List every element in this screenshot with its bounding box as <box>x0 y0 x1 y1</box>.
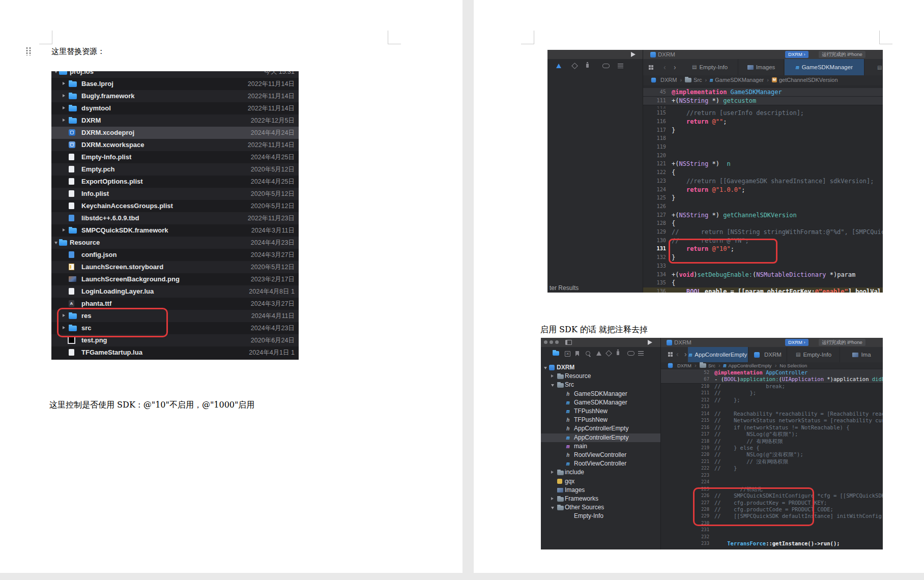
breadcrumb-item[interactable]: Src <box>700 363 715 368</box>
tab-Empty-Info[interactable]: ▤Empty-Info <box>682 59 738 75</box>
run-button[interactable] <box>631 52 636 57</box>
code-line-222[interactable]: 222// } <box>660 465 883 472</box>
tab-DXRM[interactable]: DXRM <box>749 347 787 362</box>
code-line-123[interactable]: 123 //return [[GavegameSDK sharedInstanc… <box>643 177 883 186</box>
code-line-212[interactable]: 212// }; <box>660 397 883 403</box>
code-line-134[interactable]: 134+(void)setDebugEnable:(NSMutableDicti… <box>643 271 883 279</box>
file-row[interactable]: Empty.pch2020年5月12日 <box>51 163 299 176</box>
capsule-icon[interactable] <box>602 64 610 68</box>
code-line-120[interactable]: 120 <box>643 152 883 160</box>
file-row[interactable]: Resource2024年4月23日 <box>51 237 299 249</box>
code-line-233[interactable]: 233 TerransForce::getInstance()->run(); <box>660 540 883 547</box>
breadcrumb-item[interactable]: MgetChannelSDKVersion <box>772 77 838 83</box>
breadcrumb-item[interactable]: mAppControllerEmpty <box>724 363 772 368</box>
code-line-216[interactable]: 216// if (networkStatus != NotReachable)… <box>660 424 883 431</box>
capsule-icon[interactable] <box>627 351 634 356</box>
code-line-117[interactable]: 117} <box>643 126 883 135</box>
scheme-selector[interactable]: DXRM › <box>785 339 808 346</box>
file-row[interactable]: dsymtool2022年11月14日 <box>51 102 299 114</box>
disclosure-chevron-icon[interactable] <box>63 94 65 97</box>
nav-item-DXRM[interactable]: DXRM <box>541 363 660 372</box>
back-arrow-icon[interactable]: ‹ <box>676 351 679 358</box>
code-line-232[interactable]: 232 <box>660 534 883 540</box>
code-line-118[interactable]: 118 <box>643 134 883 143</box>
nav-item-AppControllerEmpty[interactable]: mAppControllerEmpty <box>541 433 660 442</box>
code-line-116[interactable]: 116 return @""; <box>643 118 883 126</box>
disclosure-chevron-icon[interactable] <box>551 384 554 387</box>
list-icon[interactable] <box>618 64 623 68</box>
file-row[interactable]: config.json2024年3月27日 <box>51 249 299 261</box>
file-row[interactable]: proj.ios今天 15:31 <box>51 71 299 78</box>
code-line-217[interactable]: 217// NSLog(@"有权限"); <box>660 431 883 438</box>
tab-Images[interactable]: Images <box>739 59 784 75</box>
code-line-115[interactable]: 115 //return [userInfo description]; <box>643 109 883 118</box>
disclosure-chevron-icon[interactable] <box>54 71 57 73</box>
disclosure-chevron-icon[interactable] <box>54 242 57 244</box>
close-icon[interactable]: ✕ <box>565 351 570 357</box>
spray-icon[interactable] <box>617 351 619 355</box>
nav-item-Images[interactable]: Images <box>541 486 660 495</box>
code-line-114[interactable]: 114 <box>643 105 883 109</box>
nav-item-RootViewController[interactable]: hRootViewController <box>541 451 660 459</box>
list-icon[interactable] <box>638 351 644 356</box>
nav-item-Empty-Info[interactable]: Empty-Info <box>541 512 660 520</box>
disclosure-chevron-icon[interactable] <box>63 106 65 109</box>
code-line-231[interactable]: 231 <box>660 527 883 533</box>
tab-Ima[interactable]: Ima <box>841 347 883 362</box>
code-line-67[interactable]: 67- (BOOL)application:(UIApplication *)a… <box>660 376 883 383</box>
nav-item-Resource[interactable]: Resource <box>541 372 660 381</box>
nav-item-gqx[interactable]: gqx <box>541 477 660 486</box>
disclosure-chevron-icon[interactable] <box>63 82 65 85</box>
nav-item-Frameworks[interactable]: Frameworks <box>541 495 660 503</box>
breadcrumb-item[interactable]: Src <box>685 77 702 83</box>
warning-triangle-icon[interactable] <box>556 64 561 68</box>
code-line-126[interactable]: 126 <box>643 202 883 211</box>
nav-item-GameSDKManager[interactable]: hGameSDKManager <box>541 390 660 398</box>
code-line-127[interactable]: 127+(NSString *) getChannelSDKVersion <box>643 211 883 220</box>
code-line-119[interactable]: 119 <box>643 143 883 152</box>
warning-triangle-icon[interactable] <box>596 351 601 356</box>
file-row[interactable]: SMPCQuickSDK.framework2024年3月11日 <box>51 224 299 237</box>
tab-Empty-Info[interactable]: ▤Empty-Info <box>788 347 840 362</box>
code-line-224[interactable]: 224 <box>660 479 883 485</box>
tab-AppControllerEmpty[interactable]: mAppControllerEmpty <box>688 347 748 362</box>
file-row[interactable]: LaunchScreenBackground.png2023年2月17日 <box>51 273 299 285</box>
code-line-111[interactable]: 111+(NSString *) getcustom <box>643 97 883 106</box>
spray-icon[interactable] <box>586 64 589 68</box>
code-line-52[interactable]: 52@implementation AppController <box>660 369 883 376</box>
file-row[interactable]: libstdc++.6.0.9.tbd2022年11月23日 <box>51 212 299 224</box>
breadcrumb-item[interactable]: mGameSDKManager <box>710 77 764 83</box>
filter-results-field[interactable]: ter Results <box>550 284 579 292</box>
code-line-219[interactable]: 219// } else { <box>660 445 883 451</box>
toggle-sidebar-icon[interactable] <box>565 340 572 345</box>
disclosure-chevron-icon[interactable] <box>63 119 65 122</box>
code-line-220[interactable]: 220// NSLog(@"没有权限"); <box>660 451 883 458</box>
code-line-122[interactable]: 122{ <box>643 168 883 177</box>
back-arrow-icon[interactable]: ‹ <box>663 64 666 71</box>
nav-item-RootViewController[interactable]: mRootViewController <box>541 459 660 468</box>
code-line-136[interactable]: 136 BOOL enable = [[param objectForKey:@… <box>643 287 883 293</box>
disclosure-chevron-icon[interactable] <box>551 374 554 378</box>
file-row[interactable]: ExportOptions.plist2024年4月25日 <box>51 176 299 188</box>
file-row[interactable]: LoginLoadingLayer.lua2024年4月8日 1 <box>51 285 299 298</box>
paragraph-drag-handle-icon[interactable] <box>25 47 31 55</box>
run-button[interactable] <box>648 340 652 345</box>
file-row[interactable]: Bugly.framework2022年11月14日 <box>51 90 299 102</box>
code-line-210[interactable]: 210// break; <box>660 383 883 390</box>
code-line-223[interactable]: 223 <box>660 472 883 479</box>
scheme-selector[interactable]: DXRM › <box>785 51 808 58</box>
code-line-125[interactable]: 125} <box>643 194 883 202</box>
nav-item-TFPushNew[interactable]: hTFPushNew <box>541 416 660 424</box>
code-line-221[interactable]: 221// // 没有网络权限 <box>660 458 883 465</box>
disclosure-chevron-icon[interactable] <box>544 367 547 369</box>
forward-arrow-icon[interactable]: › <box>684 351 687 358</box>
nav-item-AppControllerEmpty[interactable]: hAppControllerEmpty <box>541 424 660 433</box>
breadcrumb-item[interactable]: DXRM <box>668 363 691 368</box>
code-line-211[interactable]: 211// }; <box>660 390 883 396</box>
code-line-135[interactable]: 135{ <box>643 279 883 287</box>
disclosure-chevron-icon[interactable] <box>551 507 554 509</box>
file-row[interactable]: Empty-Info.plist2024年4月25日 <box>51 151 299 163</box>
breadcrumb-item[interactable]: No Selection <box>779 363 807 368</box>
code-line-45[interactable]: 45@implementation GameSDKManager <box>643 88 883 97</box>
code-line-129[interactable]: 129// return [NSString stringWithFormat:… <box>643 228 883 237</box>
